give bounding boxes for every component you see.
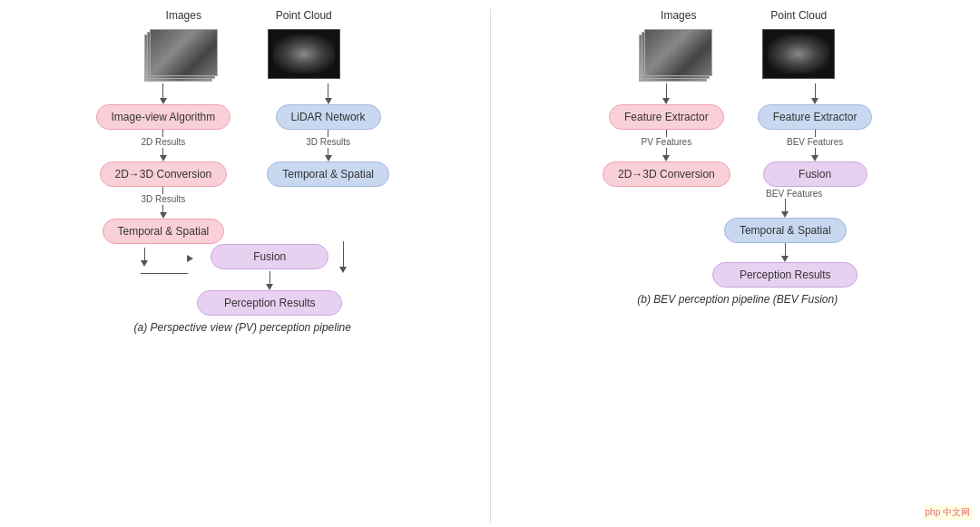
pv-img-card-1 [150, 29, 218, 76]
pv-right-arrow-down [339, 241, 347, 273]
pv-lidar-flow: LiDAR Network 3D Results Temporal & Spat… [267, 83, 389, 244]
bev-bev-features-row: BEV Features [514, 189, 963, 199]
bev-pipeline: Images Point Cloud [514, 9, 963, 522]
pv-images-label: Images [166, 9, 201, 22]
pv-camera-thumbnail [145, 29, 222, 82]
pv-arrow1 [160, 83, 167, 104]
bev-camera-thumbnail [640, 29, 717, 82]
pv-result-box: Perception Results [197, 290, 342, 316]
watermark: php 中文网 [923, 505, 973, 520]
bev-fe2-arrow [811, 83, 818, 104]
bev-top-thumbs: Images Point Cloud [514, 9, 963, 82]
bev-fusion-down-arrow: Temporal & Spatial Perception Results [712, 199, 858, 288]
pv-lidar-thumbnail [268, 29, 340, 79]
bev-images-label: Images [661, 9, 696, 22]
pv-image-flow: Image-view Algorithm 2D Results 2D→3D Co… [96, 83, 231, 244]
diagram-container: Images Point Cloud [0, 0, 980, 527]
pv-left-arrow-down [141, 248, 148, 267]
bev-fe1-col: Feature Extractor PV Features 2D→3D Conv… [603, 83, 730, 187]
bev-lidar-thumbnail [762, 29, 835, 79]
pv-2d-results-label: 2D Results [141, 137, 185, 147]
pv-arrow2-labeled: 2D Results [141, 130, 185, 161]
bev-pv-arrow-labeled: PV Features [642, 130, 692, 161]
bev-fusion-box: Fusion [763, 161, 867, 187]
pv-final-flow: Perception Results [18, 271, 467, 316]
pv-3d-results-lidar-label: 3D Results [306, 137, 350, 147]
pv-images-col: Images [145, 9, 222, 82]
bev-img-card-1 [644, 29, 712, 76]
bev-fe2-col: Feature Extractor BEV Features Fusion [758, 83, 873, 187]
pv-fusion-row: Fusion [115, 244, 369, 269]
pv-lidar-temporal-box: Temporal & Spatial [267, 161, 389, 187]
pv-fusion-box: Fusion [211, 244, 328, 269]
bev-pointcloud-label: Point Cloud [770, 9, 827, 22]
pv-image-view-box: Image-view Algorithm [96, 104, 231, 130]
pv-fusion-area: Fusion [18, 244, 467, 269]
bev-fe1-box: Feature Extractor [609, 104, 724, 130]
pv-pipeline: Images Point Cloud [18, 9, 467, 522]
pv-temporal-spatial-box: Temporal & Spatial [103, 219, 225, 244]
bev-temporal-box: Temporal & Spatial [724, 218, 847, 243]
pv-lidar-network-box: LiDAR Network [276, 104, 381, 130]
pv-lidar-arrow1 [325, 83, 332, 104]
bev-pointcloud-col: Point Cloud [762, 9, 835, 82]
pv-2d3d-conversion-box: 2D→3D Conversion [100, 161, 228, 187]
bev-images-col: Images [640, 9, 717, 82]
pv-fusion-to-result: Perception Results [197, 271, 342, 316]
bev-fe1-arrow [662, 83, 670, 104]
bev-bev-features-label: BEV Features [787, 137, 843, 147]
pv-pointcloud-col: Point Cloud [268, 9, 340, 82]
bev-result-box: Perception Results [712, 262, 858, 288]
pv-3d-results-label: 3D Results [141, 194, 185, 204]
pv-caption: (a) Perspective view (PV) perception pip… [134, 316, 351, 337]
pv-pointcloud-label: Point Cloud [276, 9, 332, 22]
bev-features-below-label: BEV Features [766, 189, 822, 199]
bev-bev-arrow-labeled: BEV Features [787, 130, 843, 161]
bev-ts-arrow [781, 199, 789, 218]
pv-two-col-flow: Image-view Algorithm 2D Results 2D→3D Co… [18, 83, 467, 244]
bev-connector-area: BEV Features Temporal & Spatial Percepti… [514, 187, 963, 288]
bev-fe2-box: Feature Extractor [758, 104, 873, 130]
pv-lidar-arrow2-labeled: 3D Results [306, 130, 350, 161]
bev-result-arrow [781, 243, 789, 262]
pv-top-thumbs: Images Point Cloud [18, 9, 467, 82]
pv-result-arrow [197, 271, 342, 290]
bev-pv-features-label: PV Features [642, 137, 692, 147]
pipeline-divider [490, 9, 491, 522]
bev-caption: (b) BEV perception pipeline (BEV Fusion) [637, 288, 838, 309]
bev-fe-row: Feature Extractor PV Features 2D→3D Conv… [514, 83, 963, 187]
bev-2d3d-box: 2D→3D Conversion [603, 161, 730, 187]
pv-arrow3-labeled: 3D Results [141, 187, 185, 219]
